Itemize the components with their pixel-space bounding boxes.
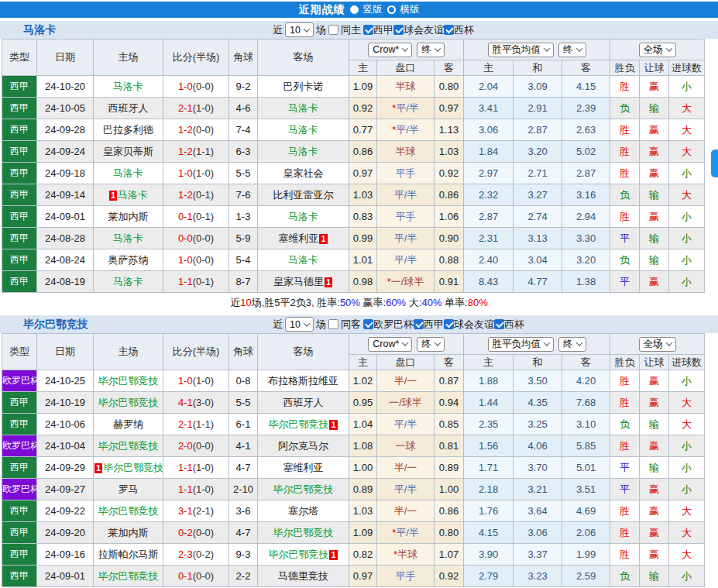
- home-team-name[interactable]: 莱加内斯: [108, 211, 149, 222]
- same-venue-checkbox[interactable]: [328, 25, 338, 35]
- league-filter-label: 欧罗巴杯: [373, 318, 414, 330]
- half-time-score: (0-0): [193, 232, 214, 244]
- home-team-name[interactable]: 马洛卡: [113, 232, 143, 244]
- league-filter-checkbox[interactable]: [363, 25, 373, 35]
- score-cell: 0-1(0-1): [163, 206, 229, 228]
- away-team-name[interactable]: 塞尔塔: [288, 505, 318, 517]
- away-team-name[interactable]: 马洛卡: [288, 124, 318, 136]
- eu-draw-odds: 4.06: [514, 435, 562, 457]
- odds-stage-select[interactable]: 终: [417, 43, 445, 57]
- away-team-name[interactable]: 马洛卡: [288, 102, 318, 114]
- ah-away-odds: 0.92: [435, 566, 464, 587]
- ah-home-odds: 0.97: [349, 566, 377, 587]
- home-team-name[interactable]: 巴拉多利德: [103, 124, 153, 136]
- league-badge: 西甲: [2, 76, 37, 98]
- summary-segment: 赢率:: [360, 296, 386, 310]
- match-count-select[interactable]: 10: [285, 22, 314, 37]
- radio-vertical-layout[interactable]: [350, 5, 359, 14]
- away-team-name[interactable]: 毕尔巴鄂竞技: [268, 418, 328, 430]
- away-team-name[interactable]: 马洛卡: [288, 146, 318, 157]
- avg-stage-select[interactable]: 终: [558, 43, 586, 57]
- home-team-name[interactable]: 莱加内斯: [108, 527, 149, 538]
- home-team-cell: 莱加内斯: [94, 522, 163, 544]
- match-row: 西甲24-09-01毕尔巴鄂竞技0-1(0-0)2-2马德里竞技0.97平手0.…: [2, 566, 705, 587]
- scope-select[interactable]: 全场: [639, 337, 676, 352]
- away-team-name[interactable]: 马德里竞技: [278, 570, 328, 582]
- away-team-name[interactable]: 巴列卡诺: [283, 81, 324, 92]
- league-filter-checkbox[interactable]: [393, 25, 404, 35]
- home-team-name[interactable]: 毕尔巴鄂竞技: [98, 440, 159, 452]
- home-team-name[interactable]: 马洛卡: [113, 167, 143, 179]
- goals-result-text: 小: [682, 375, 692, 387]
- same-venue-checkbox[interactable]: [328, 319, 338, 329]
- away-team-name[interactable]: 塞维利亚: [283, 462, 324, 473]
- home-team-name[interactable]: 毕尔巴鄂竞技: [98, 397, 159, 408]
- odds-source-select[interactable]: Crow*: [368, 337, 412, 352]
- handicap-text: 平/半: [396, 124, 419, 136]
- eu-draw-odds: 3.37: [514, 544, 562, 566]
- away-team-name[interactable]: 马洛卡: [288, 211, 318, 222]
- home-team-name[interactable]: 毕尔巴鄂竞技: [98, 505, 159, 517]
- col-goals: 进球数: [669, 60, 705, 76]
- full-time-score: 0-2: [178, 527, 193, 538]
- away-team-name[interactable]: 阿尔克马尔: [278, 440, 328, 452]
- away-team-name[interactable]: 西班牙人: [283, 397, 324, 408]
- ah-home-odds: 1.03: [349, 184, 377, 206]
- away-team-name[interactable]: 皇家马德里: [273, 276, 324, 287]
- goals-result-text: 大: [682, 418, 692, 430]
- odds-source-select[interactable]: Crow*: [368, 43, 412, 57]
- ah-handicap-line: 平手: [377, 206, 435, 228]
- eu-home-odds: 2.40: [464, 249, 514, 271]
- match-count-select[interactable]: 10: [285, 317, 314, 332]
- outcome-result-text: 负: [620, 254, 630, 266]
- handicap-result-text: 赢: [649, 505, 659, 517]
- home-team-name[interactable]: 赫罗纳: [113, 418, 143, 430]
- away-team-name[interactable]: 比利亚雷亚尔: [273, 189, 334, 201]
- home-team-name[interactable]: 皇家贝蒂斯: [103, 146, 153, 157]
- league-filter-checkbox[interactable]: [363, 319, 373, 329]
- home-team-name[interactable]: 拉斯帕尔马斯: [98, 548, 159, 560]
- home-team-name[interactable]: 马洛卡: [113, 276, 143, 287]
- home-team-name[interactable]: 奥萨苏纳: [108, 254, 149, 266]
- handicap-text: 半球: [397, 548, 417, 560]
- results-header-bar: 近期战绩 竖版 横版: [0, 2, 718, 18]
- league-filter-checkbox[interactable]: [444, 319, 454, 329]
- ah-handicap-line: 平/半: [377, 184, 435, 206]
- avg-stage-select[interactable]: 终: [558, 337, 586, 352]
- summary-segment: 大:: [406, 296, 421, 310]
- match-date: 24-09-28: [37, 119, 94, 141]
- home-team-name[interactable]: 马洛卡: [118, 189, 148, 201]
- league-filter-checkbox[interactable]: [494, 319, 504, 329]
- league-filter-checkbox[interactable]: [444, 25, 454, 35]
- handicap-text: 平/半: [394, 232, 417, 244]
- away-team-name[interactable]: 毕尔巴鄂竞技: [268, 548, 328, 560]
- home-team-name[interactable]: 毕尔巴鄂竞技: [98, 375, 159, 387]
- avg-odds-select[interactable]: 胜平负均值: [488, 337, 555, 352]
- league-filter-checkbox[interactable]: [414, 319, 424, 329]
- away-team-name[interactable]: 毕尔巴鄂竞技: [273, 483, 334, 495]
- home-team-name[interactable]: 毕尔巴鄂竞技: [98, 570, 159, 582]
- avg-odds-select[interactable]: 胜平负均值: [488, 43, 555, 57]
- away-team-name[interactable]: 马洛卡: [288, 254, 318, 266]
- side-panel-handle[interactable]: [711, 150, 718, 177]
- outcome-result-text: 平: [620, 483, 630, 495]
- handicap-text: 一/球半: [391, 276, 424, 287]
- radio-horizontal-layout[interactable]: [387, 5, 396, 14]
- home-team-name[interactable]: 西班牙人: [108, 102, 149, 114]
- ah-home-odds: 0.86: [349, 141, 377, 163]
- away-team-name[interactable]: 布拉格斯拉维亚: [268, 375, 338, 387]
- scope-select[interactable]: 全场: [639, 43, 676, 57]
- full-time-score: 1-2: [178, 146, 193, 157]
- handicap-result: 赢: [640, 500, 669, 522]
- ah-home-odds: 0.89: [349, 479, 377, 500]
- home-team-name[interactable]: 罗马: [119, 483, 139, 495]
- away-team-name[interactable]: 皇家社会: [283, 167, 324, 179]
- ah-home-odds: 0.98: [349, 271, 377, 293]
- away-team-name[interactable]: 毕尔巴鄂竞技: [273, 527, 334, 538]
- away-team-name[interactable]: 塞维利亚: [278, 232, 318, 244]
- home-team-name[interactable]: 马洛卡: [113, 81, 143, 92]
- league-badge: 西甲: [2, 392, 37, 414]
- odds-stage-select[interactable]: 终: [417, 337, 445, 352]
- ah-handicap-line: *半球: [377, 544, 435, 566]
- home-team-name[interactable]: 毕尔巴鄂竞技: [103, 462, 163, 473]
